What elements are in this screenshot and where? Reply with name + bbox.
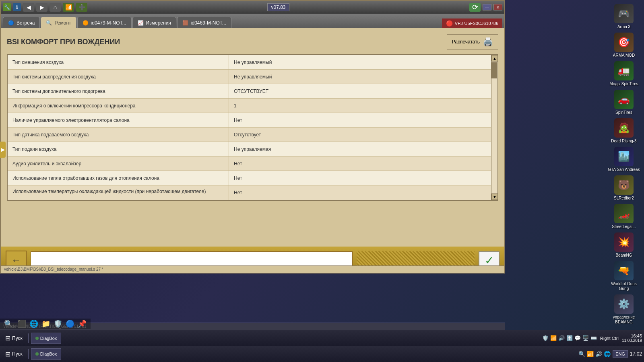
taskbar-app-diagbox[interactable]: DiagBox [31,348,62,360]
tray-icons: 🔍 📶 🔊 🌐 [578,351,611,357]
table-row: Наличие управляемого электровентилятора … [8,113,491,128]
desktop-icon-gta[interactable]: 🏙️ GTA San Andreas [608,147,640,172]
scrollbar-track[interactable]: ▲ ▼ [491,55,497,200]
app-icon: 🔧 [3,3,11,11]
icon-label-arma3: Arma 3 [617,25,630,29]
start-button-2[interactable]: ⊞ Пуск [2,333,26,343]
icon-label-gta: GTA San Andreas [608,167,640,172]
toolbar-forward-icon[interactable]: ▶ [36,3,47,12]
desktop-icon-streetlegal[interactable]: 🏎️ StreetLegal... [608,204,640,229]
taskbar-cortana-icon[interactable]: 🔍 [4,319,13,328]
tab-id0479[interactable]: 🟠 id0479-M-NOT... [77,17,132,28]
taskbar-primary: ⊞ Пуск DiagBox 🔍 📶 🔊 🌐 ENG 17:02 [0,346,644,362]
tray-sound-icon[interactable]: 🔊 [595,351,602,357]
print-icon: 🖨️ [483,37,493,47]
desktop-icon-armamod[interactable]: 🎯 ARMA MOD [608,33,640,58]
app-window: 🔧 ℹ ◀ ▶ ⌂ 📶 ➕ v07.83 ⟳ — ✕ 🔵 Встреча 🔍 Р… [0,0,505,274]
toolbar-home-icon[interactable]: ⌂ [50,3,61,12]
tray-update2-icon: ⬆️ [566,335,573,341]
title-bar-left: 🔧 ℹ ◀ ▶ ⌂ 📶 ➕ [3,3,87,12]
tray-network-icon[interactable]: 📶 [587,351,594,357]
tray-search-icon[interactable]: 🔍 [578,351,585,357]
clock-primary: 17:02 [630,351,642,357]
table-row: Информация о включении компрессора конди… [8,99,491,113]
icon-label-spintires-mods: Моды SpinTires [609,82,638,86]
version-label: v07.83 [267,3,289,11]
desktop-icon-slreditor[interactable]: 🐻 SLReditor2 [608,175,640,201]
desktop-icon-arma3[interactable]: 🎮 Arma 3 [608,4,640,29]
icon-label-beamng: BeamNG [615,253,632,258]
page-title: BSI КОМФОРТ ПРИ ВОЖДЕНИИ [7,38,120,46]
clock2: 16:45 11.03.2019 [622,333,642,343]
table-row: Тип датчика подаваемого воздуха Отсутств… [8,128,491,142]
taskbar-security2-icon[interactable]: 🛡️ [54,319,62,328]
taskbar-explorer-icon[interactable]: 📁 [41,319,50,328]
desktop-icon-beamngmod[interactable]: ⚙️ управление BEAMNG [608,294,640,325]
desktop-taskbar-icons: 🔍 ⬛ 🌐 📁 🛡️ 🔵 📌 [0,319,91,329]
icon-label-slreditor: SLReditor2 [614,196,634,201]
table-row: Аудио усилитель и эквалайзер Нет [8,156,491,171]
minimize-button[interactable]: — [483,4,491,10]
title-bar: 🔧 ℹ ◀ ▶ ⌂ 📶 ➕ v07.83 ⟳ — ✕ [1,1,504,14]
icon-label-streetlegal: StreetLegal... [612,224,636,229]
tray-volume2-icon: 🔊 [558,335,565,341]
icon-label-spintires: SpinTires [615,110,632,115]
tab-measurements[interactable]: 📈 Измерения [132,17,176,28]
table-row: Использование тепла отработавших газов д… [8,171,491,185]
desktop-icon-spintires[interactable]: 🚗 SpinTires [608,90,640,115]
desktop-icon-area: 🎮 Arma 3 🎯 ARMA MOD 🚛 Моды SpinTires 🚗 S… [604,0,644,362]
desktop-icon-beamng[interactable]: 💥 BeamNG [608,232,640,258]
tab-meeting[interactable]: 🔵 Встреча [3,17,40,28]
tray-input2-icon: ⌨️ [590,335,597,341]
icon-label-deadrising: Dead Rising-3 [611,139,636,144]
language-indicator[interactable]: ENG [613,350,628,358]
app-icon2: ℹ [13,3,21,11]
print-button[interactable]: Распечатать 🖨️ [447,34,498,49]
taskbar-taskview-icon[interactable]: ⬛ [17,319,26,328]
taskbar-sphere-icon[interactable]: 🔵 [66,319,74,328]
tab-id0469[interactable]: 🟫 id0469-M-NOT... [177,17,231,28]
filepath-bar: vehicle\B3\BMF\BSI\B3_BSI_telecodage_man… [1,265,504,273]
desktop-icon-deadrising[interactable]: 🧟 Dead Rising-3 [608,118,640,144]
taskbar-pin-icon[interactable]: 📌 [78,319,87,328]
desktop-icon-guns[interactable]: 🔫 World of Guns Gung [608,261,640,291]
scroll-up-button[interactable]: ▲ [491,55,498,62]
tray-msg2-icon: 💬 [574,335,581,341]
toolbar-plus-icon[interactable]: ➕ [76,3,87,12]
right-ctrl-label: Right Ctrl [600,336,619,341]
start-button[interactable]: ⊞ Пуск [2,349,26,360]
sidebar-collapse-arrow[interactable]: ▶ [0,142,6,158]
toolbar-signal-icon[interactable]: 📶 [63,3,74,12]
vin-badge: 🔴 VF37J5FS0CJ610786 [442,19,502,28]
table-row: Тип подачи воздуха Не управляемая [8,142,491,156]
desktop-icon-spintires-mods[interactable]: 🚛 Моды SpinTires [608,61,640,86]
tray-network2-icon: 📶 [550,335,557,341]
scrollbar-thumb[interactable] [491,62,497,78]
taskbar-ie-icon[interactable]: 🌐 [29,319,38,328]
content-area: BSI КОМФОРТ ПРИ ВОЖДЕНИИ Распечатать 🖨️ … [1,28,504,247]
icon-label-beamngmod: управление BEAMNG [608,315,640,325]
toolbar-controls: ◀ ▶ ⌂ 📶 ➕ [23,3,87,12]
table-row: Тип системы распределения воздуха Не упр… [8,70,491,84]
taskbar-app-diagbox-2[interactable]: DiagBox [31,333,62,344]
toolbar-update-icon[interactable]: ⟳ [469,3,481,12]
page-header: BSI КОМФОРТ ПРИ ВОЖДЕНИИ Распечатать 🖨️ [7,34,498,49]
table-row: Тип системы дополнительного подогрева ОТ… [8,84,491,99]
taskbar-secondary: ⊞ Пуск DiagBox 🛡️ 📶 🔊 ⬆️ 💬 🖥️ ⌨️ Right C… [0,330,644,346]
table-inner: Тип смешения воздуха Не управляемый Тип … [8,55,491,200]
tray-security-icon: 🛡️ [542,335,549,341]
taskbar-right: 🔍 📶 🔊 🌐 ENG 17:02 [578,350,642,358]
close-button[interactable]: ✕ [493,4,502,10]
tab-repair[interactable]: 🔍 Ремонт [41,17,76,28]
table-row: Использование температуры охлаждающей жи… [8,185,491,200]
tray-monitor2-icon: 🖥️ [582,335,589,341]
taskbar2-icons: 🛡️ 📶 🔊 ⬆️ 💬 🖥️ ⌨️ Right Ctrl 16:45 11.03… [542,333,642,343]
icon-label-guns: World of Guns Gung [608,282,640,291]
scroll-down-button[interactable]: ▼ [491,193,498,200]
table-row: Тип смешения воздуха Не управляемый [8,55,491,70]
data-table-container: Тип смешения воздуха Не управляемый Тип … [7,54,498,201]
tray-chrome-icon[interactable]: 🌐 [604,351,611,357]
toolbar-back-icon[interactable]: ◀ [23,3,34,12]
tab-bar: 🔵 Встреча 🔍 Ремонт 🟠 id0479-M-NOT... 📈 И… [1,14,504,28]
icon-label-armamod: ARMA MOD [613,53,635,58]
